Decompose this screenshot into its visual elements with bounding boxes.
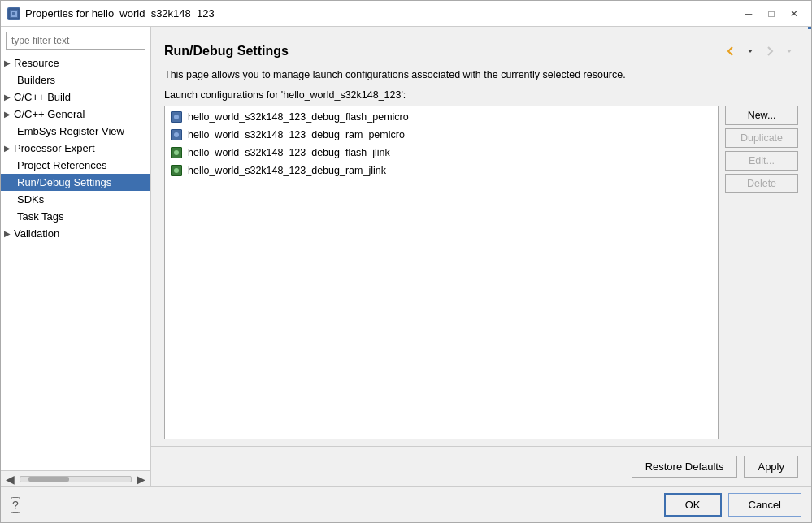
config-label-0: hello_world_s32k148_123_debug_flash_pemi…: [188, 111, 409, 123]
sidebar-scroll-right[interactable]: ▶: [135, 473, 147, 486]
expand-arrow-validation: ▶: [4, 229, 11, 238]
sidebar-item-label-task-tags: Task Tags: [17, 210, 64, 223]
svg-rect-2: [12, 12, 15, 15]
sidebar-item-label-run-debug: Run/Debug Settings: [17, 176, 111, 188]
config-area: hello_world_s32k148_123_debug_flash_pemi…: [164, 106, 798, 440]
edit-button[interactable]: Edit...: [725, 151, 798, 171]
dialog-footer: ? OK Cancel: [1, 486, 811, 522]
content-title: Run/Debug Settings: [164, 44, 289, 58]
right-panel: Run/Debug Settings: [151, 27, 811, 486]
forward-icon[interactable]: [761, 42, 779, 60]
sidebar-scrollbar-thumb: [28, 477, 69, 482]
help-button[interactable]: ?: [11, 497, 20, 513]
sidebar-item-resource[interactable]: ▶ Resource: [1, 54, 150, 71]
back-icon[interactable]: [722, 42, 740, 60]
sidebar-item-processor-expert[interactable]: ▶ Processor Expert: [1, 140, 150, 157]
config-label-3: hello_world_s32k148_123_debug_ram_jlink: [188, 165, 386, 176]
footer-buttons: OK Cancel: [664, 493, 801, 517]
expand-arrow-resource: ▶: [4, 58, 11, 67]
title-bar: Properties for hello_world_s32k148_123 ─…: [1, 1, 811, 27]
config-item-1[interactable]: hello_world_s32k148_123_debug_ram_pemicr…: [165, 126, 718, 144]
launch-label: Launch configurations for 'hello_world_s…: [164, 89, 798, 101]
properties-dialog: Properties for hello_world_s32k148_123 ─…: [0, 0, 812, 523]
back-dropdown-icon[interactable]: [741, 42, 759, 60]
window-title: Properties for hello_world_s32k148_123: [25, 7, 738, 19]
sidebar-items-list: ▶ Resource Builders ▶ C/C++ Build ▶ C/C+…: [1, 54, 150, 470]
config-icon-1: [170, 128, 183, 141]
sidebar-item-cpp-build[interactable]: ▶ C/C++ Build: [1, 89, 150, 106]
sidebar-scrollbar[interactable]: [20, 476, 132, 482]
new-button[interactable]: New...: [725, 106, 798, 125]
sidebar-item-label-processor: Processor Expert: [14, 142, 95, 154]
config-item-3[interactable]: hello_world_s32k148_123_debug_ram_jlink: [165, 162, 718, 179]
apply-button[interactable]: Apply: [744, 456, 798, 478]
sidebar-item-label-project-refs: Project References: [17, 159, 107, 171]
sidebar-item-label-embsys: EmbSys Register View: [17, 125, 124, 137]
maximize-button[interactable]: □: [761, 6, 782, 22]
svg-marker-3: [748, 50, 753, 53]
forward-dropdown-icon[interactable]: [780, 42, 798, 60]
content-area: Run/Debug Settings: [151, 29, 811, 446]
minimize-button[interactable]: ─: [738, 6, 759, 22]
sidebar-item-embsys[interactable]: EmbSys Register View: [1, 123, 150, 140]
cancel-button[interactable]: Cancel: [728, 493, 801, 517]
sidebar-item-label-validation: Validation: [14, 227, 59, 240]
description-text: This page allows you to manage launch co…: [164, 68, 798, 83]
expand-arrow-cpp-build: ▶: [4, 93, 11, 102]
config-item-0[interactable]: hello_world_s32k148_123_debug_flash_pemi…: [165, 108, 718, 126]
restore-defaults-button[interactable]: Restore Defaults: [632, 456, 738, 478]
config-icon-3: [170, 164, 183, 177]
expand-arrow-processor: ▶: [4, 144, 11, 153]
sidebar-filter-input[interactable]: [6, 32, 145, 50]
delete-button[interactable]: Delete: [725, 174, 798, 193]
sidebar-scroll-controls: ◀ ▶: [1, 470, 150, 486]
bottom-bar: Restore Defaults Apply: [151, 446, 811, 486]
sidebar: ▶ Resource Builders ▶ C/C++ Build ▶ C/C+…: [1, 27, 151, 486]
app-icon: [7, 7, 20, 20]
expand-arrow-cpp-general: ▶: [4, 110, 11, 119]
sidebar-item-sdks[interactable]: SDKs: [1, 191, 150, 208]
content-header: Run/Debug Settings: [164, 42, 798, 60]
sidebar-item-label-resource: Resource: [14, 57, 59, 69]
sidebar-scroll-left[interactable]: ◀: [4, 473, 16, 486]
sidebar-item-validation[interactable]: ▶ Validation: [1, 225, 150, 242]
config-label-1: hello_world_s32k148_123_debug_ram_pemicr…: [188, 129, 405, 140]
sidebar-item-builders[interactable]: Builders: [1, 71, 150, 89]
header-nav-icons: [722, 42, 798, 60]
sidebar-item-label-cpp-build: C/C++ Build: [14, 91, 71, 103]
sidebar-item-label-cpp-general: C/C++ General: [14, 108, 85, 120]
sidebar-item-task-tags[interactable]: Task Tags: [1, 208, 150, 225]
duplicate-button[interactable]: Duplicate: [725, 128, 798, 148]
close-button[interactable]: ✕: [784, 6, 805, 22]
main-content: ▶ Resource Builders ▶ C/C++ Build ▶ C/C+…: [1, 27, 811, 486]
ok-button[interactable]: OK: [664, 493, 722, 517]
config-item-2[interactable]: hello_world_s32k148_123_debug_flash_jlin…: [165, 144, 718, 162]
config-label-2: hello_world_s32k148_123_debug_flash_jlin…: [188, 147, 390, 158]
config-icon-2: [170, 146, 183, 159]
sidebar-item-label-builders: Builders: [17, 74, 55, 86]
config-list[interactable]: hello_world_s32k148_123_debug_flash_pemi…: [164, 106, 719, 440]
sidebar-item-run-debug[interactable]: Run/Debug Settings: [1, 174, 150, 191]
action-buttons: New... Duplicate Edit... Delete: [725, 106, 798, 440]
sidebar-item-label-sdks: SDKs: [17, 193, 44, 205]
config-icon-0: [170, 110, 183, 123]
window-controls: ─ □ ✕: [738, 6, 805, 22]
svg-marker-4: [787, 50, 792, 53]
sidebar-item-project-references[interactable]: Project References: [1, 157, 150, 174]
sidebar-item-cpp-general[interactable]: ▶ C/C++ General: [1, 106, 150, 123]
